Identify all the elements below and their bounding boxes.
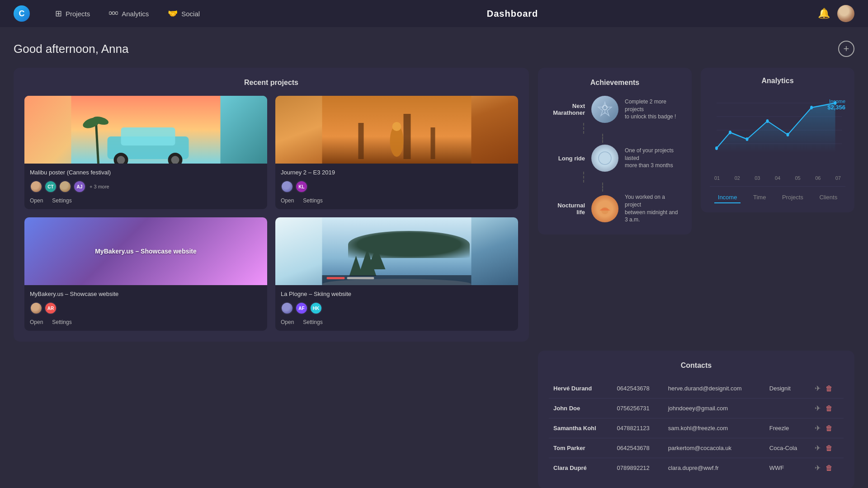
achievements-card: Achievements Next Marathoner Complete 2 …	[538, 68, 692, 235]
delete-icon[interactable]: 🗑	[826, 424, 833, 432]
svg-point-0	[109, 12, 112, 14]
nav-item-analytics[interactable]: Analytics	[102, 5, 156, 22]
delete-icon[interactable]: 🗑	[826, 404, 833, 412]
user-avatar[interactable]	[837, 5, 854, 22]
svg-point-40	[715, 146, 718, 150]
navbar: C ⊞ Projects Analytics 🤝 Social Dashboar…	[0, 0, 868, 27]
more-avatars-label: + 3 more	[90, 184, 109, 189]
svg-rect-17	[404, 114, 411, 159]
analytics-income-label: Income $2,356	[827, 99, 845, 111]
tab-clients[interactable]: Clients	[816, 192, 841, 203]
project-avatars-skiing: AF HK	[281, 302, 513, 314]
contact-phone: 0642543678	[613, 379, 664, 399]
svg-rect-18	[431, 127, 435, 159]
project-actions-malibu: Open Settings	[30, 197, 262, 204]
svg-rect-16	[359, 123, 364, 159]
analytics-chart-area: Income $2,356	[710, 94, 845, 171]
contact-company: Coca-Cola	[765, 438, 810, 458]
main-content: Good afternoon, Anna + Recent projects	[0, 27, 868, 488]
project-name-skiing: La Plogne – Skiing website	[281, 291, 513, 297]
avatar: AR	[44, 302, 57, 314]
open-button-bakery[interactable]: Open	[30, 319, 43, 325]
project-name-bakery: MyBakery.us – Showcase website	[30, 291, 262, 297]
project-name-journey: Journey 2 – E3 2019	[281, 169, 513, 176]
add-button[interactable]: +	[838, 41, 854, 57]
avatar: CT	[44, 180, 57, 193]
achievement-label-longride: Long ride	[549, 155, 585, 162]
project-avatars-journey: KL	[281, 180, 513, 193]
analytics-nav-icon	[109, 9, 118, 19]
contact-phone: 0478821123	[613, 418, 664, 438]
open-button-skiing[interactable]: Open	[281, 319, 294, 325]
project-item-bakery: MyBakery.us – Showcase website MyBakery.…	[24, 217, 267, 331]
contact-row: Samantha Kohl 0478821123 sam.kohl@freezl…	[549, 418, 844, 438]
notification-bell-icon[interactable]: 🔔	[818, 8, 830, 19]
analytics-x-axis: 01 02 03 04 05 06 07	[710, 175, 845, 181]
svg-rect-28	[347, 277, 374, 279]
analytics-chart-svg	[710, 94, 845, 157]
tab-projects[interactable]: Projects	[778, 192, 807, 203]
achievement-desc-nocturnal: You worked on a projectbetween midnight …	[625, 193, 681, 224]
svg-point-42	[746, 137, 749, 141]
contact-email: herve.durand@designit.com	[664, 379, 765, 399]
avatar	[59, 180, 71, 193]
achievement-row-nocturnal: Nocturnal life You worked on a projectbe…	[549, 193, 681, 224]
income-value-text: $2,356	[827, 104, 845, 111]
send-icon[interactable]: ✈	[815, 464, 821, 472]
project-info-skiing: La Plogne – Skiing website AF HK Open Se…	[275, 285, 518, 331]
settings-button-bakery[interactable]: Settings	[52, 319, 71, 325]
contact-name: Tom Parker	[549, 438, 613, 458]
contact-phone: 0789892212	[613, 458, 664, 478]
project-actions-bakery: Open Settings	[30, 319, 262, 325]
app-logo[interactable]: C	[14, 5, 30, 22]
delete-icon[interactable]: 🗑	[826, 444, 833, 452]
content-grid: Recent projects	[14, 68, 854, 488]
analytics-card: Analytics	[701, 68, 854, 212]
settings-button-journey[interactable]: Settings	[303, 197, 322, 204]
settings-button-skiing[interactable]: Settings	[303, 319, 322, 325]
settings-button-malibu[interactable]: Settings	[52, 197, 71, 204]
nav-right: 🔔	[818, 5, 854, 22]
avatar	[30, 302, 42, 314]
avatar	[30, 180, 42, 193]
avatar	[281, 302, 293, 314]
contact-name: Hervé Durand	[549, 379, 613, 399]
delete-icon[interactable]: 🗑	[826, 385, 833, 392]
recent-projects-card: Recent projects	[14, 68, 529, 342]
svg-rect-21	[322, 217, 472, 285]
svg-point-43	[766, 119, 769, 123]
nav-items: ⊞ Projects Analytics 🤝 Social	[48, 5, 207, 22]
avatar: AJ	[73, 180, 86, 193]
project-info-journey: Journey 2 – E3 2019 KL Open Settings	[275, 164, 518, 209]
project-info-malibu: Malibu poster (Cannes festival) CT AJ + …	[24, 164, 267, 209]
contacts-card: Contacts Hervé Durand 0642543678 herve.d…	[538, 351, 854, 488]
contact-company: Designit	[765, 379, 810, 399]
contacts-table: Hervé Durand 0642543678 herve.durand@des…	[549, 379, 844, 478]
nav-item-social[interactable]: 🤝 Social	[160, 5, 207, 22]
send-icon[interactable]: ✈	[815, 444, 821, 452]
send-icon[interactable]: ✈	[815, 424, 821, 432]
send-icon[interactable]: ✈	[815, 404, 821, 412]
delete-icon[interactable]: 🗑	[826, 464, 833, 472]
project-thumb-skiing	[275, 217, 518, 285]
page-title: Dashboard	[225, 9, 800, 19]
svg-rect-26	[322, 275, 472, 285]
achievement-row-longride: Long ride One of your projects lastedmor…	[549, 145, 681, 172]
contact-actions: ✈ 🗑	[810, 418, 844, 438]
contact-row: Tom Parker 0642543678 parkertom@cocacola…	[549, 438, 844, 458]
tab-income[interactable]: Income	[714, 192, 741, 203]
projects-grid: Malibu poster (Cannes festival) CT AJ + …	[24, 96, 518, 331]
nav-item-projects[interactable]: ⊞ Projects	[48, 5, 97, 22]
analytics-title: Analytics	[710, 77, 845, 85]
send-icon[interactable]: ✈	[815, 385, 821, 392]
contact-company	[765, 399, 810, 418]
svg-point-44	[787, 133, 789, 136]
tab-time[interactable]: Time	[750, 192, 769, 203]
open-button-malibu[interactable]: Open	[30, 197, 43, 204]
contact-name: Clara Dupré	[549, 458, 613, 478]
contact-email: johndoeey@gmail.com	[664, 399, 765, 418]
bakery-thumb-text: MyBakery.us – Showcase website	[95, 248, 197, 255]
achievement-label-marathoner: Next Marathoner	[549, 103, 585, 116]
open-button-journey[interactable]: Open	[281, 197, 294, 204]
logo-letter: C	[19, 9, 25, 19]
